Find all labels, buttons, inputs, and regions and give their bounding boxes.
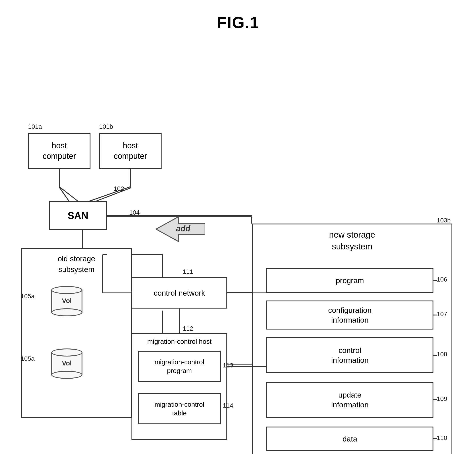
ref-110: 110	[437, 434, 447, 441]
ref-112: 112	[183, 325, 193, 332]
new-storage-label: new storagesubsystem	[263, 229, 442, 253]
ref-105a-2: 105a	[21, 355, 35, 362]
host-computer-b: hostcomputer	[99, 133, 161, 169]
page-title: FIG.1	[0, 0, 476, 41]
add-arrow: add	[156, 215, 205, 244]
host-computer-a: hostcomputer	[28, 133, 90, 169]
ref-114: 114	[223, 402, 233, 409]
ref-104-top: 104	[129, 209, 140, 216]
migration-table-box: migration-controltable	[138, 393, 221, 424]
old-storage-container: old storagesubsystem	[21, 248, 132, 418]
control-network-box: control network	[132, 277, 227, 309]
ref-109: 109	[437, 395, 447, 402]
ref-107: 107	[437, 310, 447, 318]
ref-106: 106	[437, 276, 447, 283]
ref-108: 108	[437, 351, 447, 358]
migration-program-box: migration-controlprogram	[138, 351, 221, 382]
ref-111: 111	[183, 268, 193, 275]
control-info-box: controlinformation	[266, 337, 433, 373]
vol-old-1: Vol	[51, 286, 82, 316]
svg-line-16	[89, 187, 130, 201]
data-box: data	[266, 427, 433, 451]
svg-line-3	[96, 188, 131, 201]
old-storage-label: old storagesubsystem	[27, 253, 126, 275]
ref-103b: 103b	[437, 217, 451, 224]
ref-101b: 101b	[99, 123, 113, 130]
update-info-box: updateinformation	[266, 382, 433, 418]
ref-101a: 101a	[28, 123, 42, 130]
vol-old-2: Vol	[51, 348, 82, 379]
config-info-box: configurationinformation	[266, 301, 433, 330]
program-box: program	[266, 268, 433, 293]
migration-host-label: migration-control host	[135, 337, 224, 346]
svg-line-1	[60, 188, 69, 201]
san-box: SAN	[49, 201, 107, 230]
ref-105a-1: 105a	[21, 293, 35, 300]
svg-line-14	[59, 187, 78, 201]
ref-113: 113	[223, 362, 233, 369]
ref-102: 102	[114, 185, 124, 192]
